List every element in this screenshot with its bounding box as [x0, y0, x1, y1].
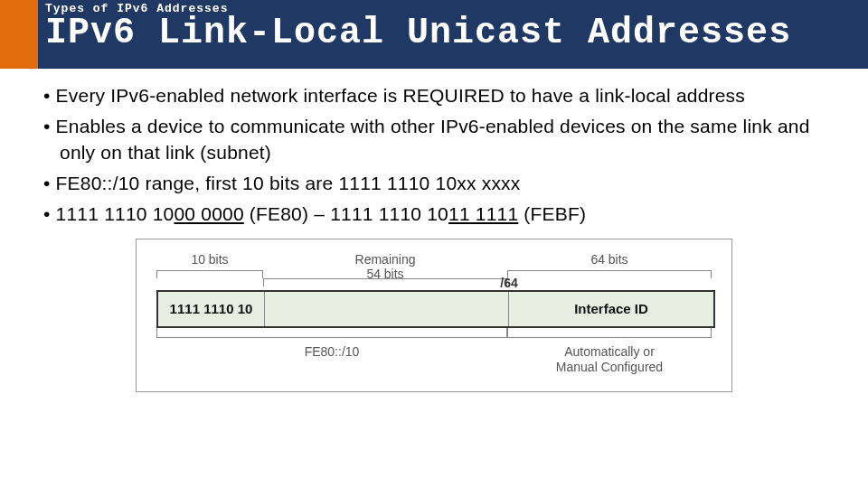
bullet-4-mid: (FE80) – 1111 1110 10: [244, 203, 448, 224]
header-title-block: Types of IPv6 Addresses IPv6 Link-Local …: [38, 0, 868, 69]
top-label-54bits: Remaining 54 bits: [263, 252, 507, 290]
bottom-bracket-ifid: [507, 328, 712, 341]
bullet-2: Enables a device to communicate with oth…: [43, 114, 835, 165]
address-bar: /64 1111 1110 10 Interface ID: [156, 290, 715, 328]
bullet-4-fe80-zeros: 00 0000: [174, 203, 243, 224]
slash64-marker: /64: [500, 276, 517, 290]
address-seg-interface-id: Interface ID: [509, 292, 713, 326]
bullet-1: Every IPv6-enabled network interface is …: [43, 83, 835, 108]
address-seg-remaining: [265, 292, 509, 326]
bottom-label-ifid-line2: Manual Configured: [507, 360, 712, 375]
body-bullet-list: Every IPv6-enabled network interface is …: [0, 83, 868, 228]
diagram-bottom-labels: FE80::/10 Automatically or Manual Config…: [156, 344, 712, 380]
diagram-bottom-brackets: [156, 328, 712, 341]
bullet-4: 1111 1110 1000 0000 (FE80) – 1111 1110 1…: [43, 202, 835, 227]
bullet-4-suffix: (FEBF): [518, 203, 586, 224]
diagram-top-labels: 10 bits Remaining 54 bits 64 bits: [156, 252, 712, 290]
page-title: IPv6 Link-Local Unicast Addresses: [45, 14, 868, 53]
bullet-4-prefix-bits: 1111 1110 10: [56, 203, 175, 224]
bottom-label-ifid: Automatically or Manual Configured: [507, 344, 712, 380]
header-accent-bar: [0, 0, 38, 69]
address-seg-prefix-bits: 1111 1110 10: [158, 292, 265, 326]
top-label-64bits: 64 bits: [507, 252, 712, 290]
bullet-3: FE80::/10 range, first 10 bits are 1111 …: [43, 171, 835, 196]
top-label-64bits-text: 64 bits: [507, 252, 712, 267]
bottom-label-fe80: FE80::/10: [156, 344, 507, 380]
top-label-54bits-line1: Remaining: [263, 252, 507, 267]
slide-header: Types of IPv6 Addresses IPv6 Link-Local …: [0, 0, 868, 69]
top-bracket-1: [156, 270, 263, 278]
bottom-bracket-fe80: [156, 328, 507, 341]
top-bracket-3: [507, 270, 712, 278]
top-label-10bits: 10 bits: [156, 252, 263, 290]
bottom-label-ifid-line1: Automatically or: [507, 344, 712, 360]
top-label-10bits-text: 10 bits: [156, 252, 263, 267]
bullet-4-febf-ones: 11 1111: [448, 203, 518, 224]
address-structure-diagram: 10 bits Remaining 54 bits 64 bits /64 11…: [136, 239, 732, 392]
